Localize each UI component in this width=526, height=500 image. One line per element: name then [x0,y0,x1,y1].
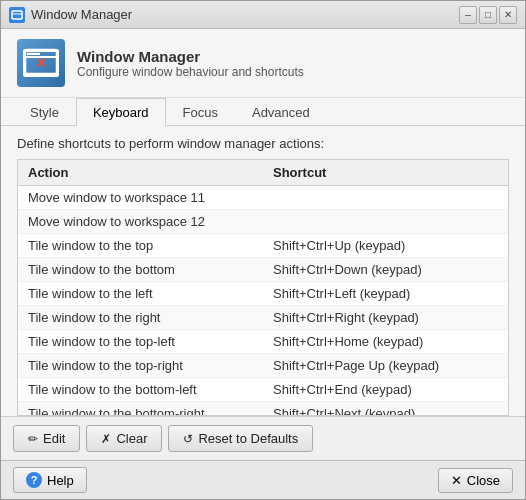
tab-focus[interactable]: Focus [166,98,235,126]
titlebar-app-icon [9,7,25,23]
reset-button[interactable]: ↺ Reset to Defaults [168,425,313,452]
header-title: Window Manager [77,48,304,65]
table-row[interactable]: Tile window to the leftShift+Ctrl+Left (… [18,282,508,306]
tab-keyboard[interactable]: Keyboard [76,98,166,126]
col-action: Action [18,160,263,186]
shortcut-cell: Shift+Ctrl+Next (keypad) [263,402,508,417]
action-cell: Move window to workspace 12 [18,210,263,234]
shortcut-cell [263,186,508,210]
table-row[interactable]: Tile window to the bottom-leftShift+Ctrl… [18,378,508,402]
svg-rect-2 [25,50,57,74]
svg-text:▬: ▬ [33,49,40,56]
footer: ✏ Edit ✗ Clear ↺ Reset to Defaults [1,416,525,460]
tab-advanced[interactable]: Advanced [235,98,327,126]
help-icon: ? [26,472,42,488]
shortcuts-table: Action Shortcut Move window to workspace… [18,160,508,416]
edit-label: Edit [43,431,65,446]
table-row[interactable]: Tile window to the bottom-rightShift+Ctr… [18,402,508,417]
table-row[interactable]: Tile window to the top-leftShift+Ctrl+Ho… [18,330,508,354]
col-shortcut: Shortcut [263,160,508,186]
shortcut-cell: Shift+Ctrl+Right (keypad) [263,306,508,330]
shortcut-cell: Shift+Ctrl+End (keypad) [263,378,508,402]
minimize-button[interactable]: – [459,6,477,24]
table-row[interactable]: Tile window to the bottomShift+Ctrl+Down… [18,258,508,282]
shortcut-cell: Shift+Ctrl+Down (keypad) [263,258,508,282]
table-row[interactable]: Tile window to the topShift+Ctrl+Up (key… [18,234,508,258]
titlebar-title: Window Manager [31,7,132,22]
action-cell: Tile window to the bottom-right [18,402,263,417]
header-section: ▬ ▬ ✕ Window Manager Configure window be… [1,29,525,98]
table-row[interactable]: Tile window to the top-rightShift+Ctrl+P… [18,354,508,378]
help-label: Help [47,473,74,488]
footer-buttons: ✏ Edit ✗ Clear ↺ Reset to Defaults [13,425,313,452]
action-cell: Tile window to the top-right [18,354,263,378]
header-subtitle: Configure window behaviour and shortcuts [77,65,304,79]
close-label: Close [467,473,500,488]
action-cell: Tile window to the right [18,306,263,330]
titlebar-left: Window Manager [9,7,132,23]
description: Define shortcuts to perform window manag… [17,136,509,151]
window: Window Manager – □ ✕ ▬ ▬ ✕ Window Manage… [0,0,526,500]
table-row[interactable]: Tile window to the rightShift+Ctrl+Right… [18,306,508,330]
app-icon: ▬ ▬ ✕ [17,39,65,87]
action-cell: Tile window to the bottom [18,258,263,282]
close-button[interactable]: ✕ [499,6,517,24]
action-cell: Move window to workspace 11 [18,186,263,210]
table-row[interactable]: Move window to workspace 11 [18,186,508,210]
table-row[interactable]: Move window to workspace 12 [18,210,508,234]
shortcut-cell: Shift+Ctrl+Page Up (keypad) [263,354,508,378]
clear-button[interactable]: ✗ Clear [86,425,162,452]
svg-text:▬: ▬ [27,49,34,56]
shortcut-cell [263,210,508,234]
action-cell: Tile window to the top-left [18,330,263,354]
action-cell: Tile window to the bottom-left [18,378,263,402]
clear-label: Clear [116,431,147,446]
header-text: Window Manager Configure window behaviou… [77,48,304,79]
maximize-button[interactable]: □ [479,6,497,24]
bottom-bar: ? Help ✕ Close [1,460,525,499]
reset-icon: ↺ [183,432,193,446]
action-cell: Tile window to the left [18,282,263,306]
svg-rect-0 [12,11,22,19]
clear-icon: ✗ [101,432,111,446]
reset-label: Reset to Defaults [198,431,298,446]
shortcuts-table-container[interactable]: Action Shortcut Move window to workspace… [17,159,509,416]
help-button[interactable]: ? Help [13,467,87,493]
close-x-icon: ✕ [451,473,462,488]
edit-icon: ✏ [28,432,38,446]
action-cell: Tile window to the top [18,234,263,258]
titlebar: Window Manager – □ ✕ [1,1,525,29]
tab-style[interactable]: Style [13,98,76,126]
close-window-button[interactable]: ✕ Close [438,468,513,493]
titlebar-controls: – □ ✕ [459,6,517,24]
svg-text:✕: ✕ [35,55,47,71]
edit-button[interactable]: ✏ Edit [13,425,80,452]
shortcut-cell: Shift+Ctrl+Left (keypad) [263,282,508,306]
content: Define shortcuts to perform window manag… [1,126,525,416]
shortcut-cell: Shift+Ctrl+Home (keypad) [263,330,508,354]
shortcut-cell: Shift+Ctrl+Up (keypad) [263,234,508,258]
tabs: Style Keyboard Focus Advanced [1,98,525,126]
